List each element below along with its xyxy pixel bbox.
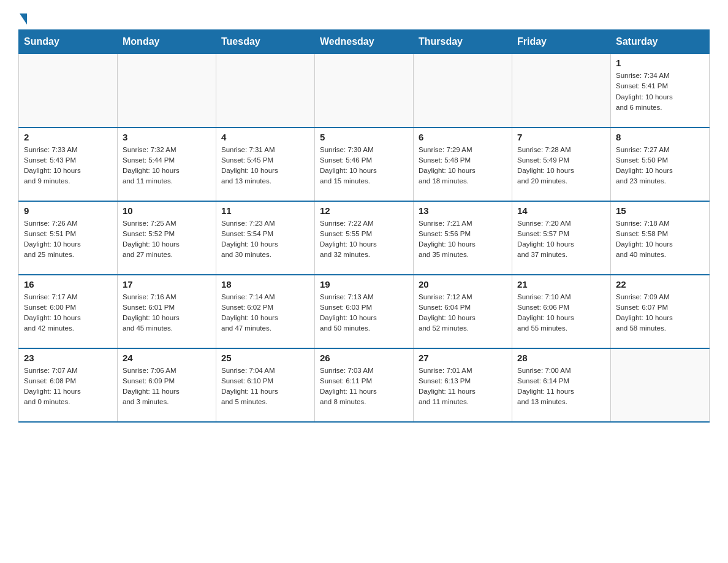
calendar-cell: 24Sunrise: 7:06 AMSunset: 6:09 PMDayligh… (118, 348, 216, 422)
weekday-header-sunday: Sunday (19, 30, 118, 54)
day-info: Sunrise: 7:31 AMSunset: 5:45 PMDaylight:… (221, 145, 309, 187)
calendar-cell (118, 54, 216, 128)
calendar-cell: 21Sunrise: 7:10 AMSunset: 6:06 PMDayligh… (512, 275, 611, 348)
day-number: 8 (616, 132, 704, 142)
calendar-cell: 8Sunrise: 7:27 AMSunset: 5:50 PMDaylight… (611, 128, 710, 201)
day-number: 7 (517, 132, 605, 142)
calendar-cell: 13Sunrise: 7:21 AMSunset: 5:56 PMDayligh… (414, 201, 512, 275)
day-info: Sunrise: 7:34 AMSunset: 5:41 PMDaylight:… (616, 71, 704, 113)
day-info: Sunrise: 7:32 AMSunset: 5:44 PMDaylight:… (123, 145, 211, 187)
day-number: 25 (221, 353, 309, 363)
calendar-week-row: 2Sunrise: 7:33 AMSunset: 5:43 PMDaylight… (19, 128, 710, 201)
calendar-cell: 6Sunrise: 7:29 AMSunset: 5:48 PMDaylight… (414, 128, 512, 201)
day-number: 2 (24, 132, 112, 142)
calendar-cell: 18Sunrise: 7:14 AMSunset: 6:02 PMDayligh… (216, 275, 315, 348)
day-info: Sunrise: 7:17 AMSunset: 6:00 PMDaylight:… (24, 292, 112, 334)
calendar-cell: 17Sunrise: 7:16 AMSunset: 6:01 PMDayligh… (118, 275, 216, 348)
day-number: 15 (616, 205, 704, 216)
calendar-cell: 20Sunrise: 7:12 AMSunset: 6:04 PMDayligh… (414, 275, 512, 348)
day-number: 1 (616, 58, 704, 68)
weekday-header-saturday: Saturday (611, 30, 710, 54)
day-number: 28 (517, 353, 605, 363)
calendar-cell: 9Sunrise: 7:26 AMSunset: 5:51 PMDaylight… (19, 201, 118, 275)
calendar-cell: 23Sunrise: 7:07 AMSunset: 6:08 PMDayligh… (19, 348, 118, 422)
day-info: Sunrise: 7:00 AMSunset: 6:14 PMDaylight:… (517, 366, 605, 408)
calendar-cell (216, 54, 315, 128)
day-info: Sunrise: 7:28 AMSunset: 5:49 PMDaylight:… (517, 145, 605, 187)
day-info: Sunrise: 7:18 AMSunset: 5:58 PMDaylight:… (616, 218, 704, 261)
day-info: Sunrise: 7:14 AMSunset: 6:02 PMDaylight:… (221, 292, 309, 334)
day-info: Sunrise: 7:29 AMSunset: 5:48 PMDaylight:… (419, 145, 507, 187)
weekday-header-tuesday: Tuesday (216, 30, 315, 54)
day-info: Sunrise: 7:22 AMSunset: 5:55 PMDaylight:… (320, 218, 408, 261)
logo-arrow-icon (20, 13, 27, 25)
calendar-cell: 19Sunrise: 7:13 AMSunset: 6:03 PMDayligh… (315, 275, 414, 348)
day-number: 27 (419, 353, 507, 363)
calendar-week-row: 1Sunrise: 7:34 AMSunset: 5:41 PMDaylight… (19, 54, 710, 128)
day-info: Sunrise: 7:26 AMSunset: 5:51 PMDaylight:… (24, 218, 112, 261)
day-number: 18 (221, 279, 309, 289)
day-number: 24 (123, 353, 211, 363)
day-number: 9 (24, 205, 112, 216)
calendar-week-row: 16Sunrise: 7:17 AMSunset: 6:00 PMDayligh… (19, 275, 710, 348)
calendar-cell: 10Sunrise: 7:25 AMSunset: 5:52 PMDayligh… (118, 201, 216, 275)
page-header (18, 12, 710, 23)
day-info: Sunrise: 7:04 AMSunset: 6:10 PMDaylight:… (221, 366, 309, 408)
day-number: 6 (419, 132, 507, 142)
calendar-cell: 12Sunrise: 7:22 AMSunset: 5:55 PMDayligh… (315, 201, 414, 275)
day-number: 13 (419, 205, 507, 216)
calendar-cell: 14Sunrise: 7:20 AMSunset: 5:57 PMDayligh… (512, 201, 611, 275)
calendar-cell: 22Sunrise: 7:09 AMSunset: 6:07 PMDayligh… (611, 275, 710, 348)
calendar-cell: 26Sunrise: 7:03 AMSunset: 6:11 PMDayligh… (315, 348, 414, 422)
day-number: 10 (123, 205, 211, 216)
day-info: Sunrise: 7:13 AMSunset: 6:03 PMDaylight:… (320, 292, 408, 334)
day-info: Sunrise: 7:16 AMSunset: 6:01 PMDaylight:… (123, 292, 211, 334)
calendar-header-row: SundayMondayTuesdayWednesdayThursdayFrid… (19, 30, 710, 54)
calendar-cell: 25Sunrise: 7:04 AMSunset: 6:10 PMDayligh… (216, 348, 315, 422)
day-info: Sunrise: 7:30 AMSunset: 5:46 PMDaylight:… (320, 145, 408, 187)
day-info: Sunrise: 7:21 AMSunset: 5:56 PMDaylight:… (419, 218, 507, 261)
day-number: 14 (517, 205, 605, 216)
calendar-cell: 15Sunrise: 7:18 AMSunset: 5:58 PMDayligh… (611, 201, 710, 275)
calendar-cell (315, 54, 414, 128)
weekday-header-thursday: Thursday (414, 30, 512, 54)
calendar-cell: 28Sunrise: 7:00 AMSunset: 6:14 PMDayligh… (512, 348, 611, 422)
day-number: 11 (221, 205, 309, 216)
calendar-cell: 4Sunrise: 7:31 AMSunset: 5:45 PMDaylight… (216, 128, 315, 201)
day-number: 5 (320, 132, 408, 142)
day-number: 12 (320, 205, 408, 216)
logo (18, 12, 27, 23)
day-number: 17 (123, 279, 211, 289)
calendar-table: SundayMondayTuesdayWednesdayThursdayFrid… (18, 29, 710, 423)
day-info: Sunrise: 7:06 AMSunset: 6:09 PMDaylight:… (123, 366, 211, 408)
calendar-cell (19, 54, 118, 128)
weekday-header-wednesday: Wednesday (315, 30, 414, 54)
day-info: Sunrise: 7:23 AMSunset: 5:54 PMDaylight:… (221, 218, 309, 261)
day-info: Sunrise: 7:33 AMSunset: 5:43 PMDaylight:… (24, 145, 112, 187)
calendar-week-row: 23Sunrise: 7:07 AMSunset: 6:08 PMDayligh… (19, 348, 710, 422)
calendar-cell: 16Sunrise: 7:17 AMSunset: 6:00 PMDayligh… (19, 275, 118, 348)
weekday-header-friday: Friday (512, 30, 611, 54)
calendar-week-row: 9Sunrise: 7:26 AMSunset: 5:51 PMDaylight… (19, 201, 710, 275)
day-info: Sunrise: 7:07 AMSunset: 6:08 PMDaylight:… (24, 366, 112, 408)
calendar-cell: 5Sunrise: 7:30 AMSunset: 5:46 PMDaylight… (315, 128, 414, 201)
day-info: Sunrise: 7:25 AMSunset: 5:52 PMDaylight:… (123, 218, 211, 261)
day-number: 4 (221, 132, 309, 142)
day-number: 23 (24, 353, 112, 363)
day-number: 16 (24, 279, 112, 289)
calendar-cell: 7Sunrise: 7:28 AMSunset: 5:49 PMDaylight… (512, 128, 611, 201)
day-info: Sunrise: 7:20 AMSunset: 5:57 PMDaylight:… (517, 218, 605, 261)
calendar-cell (512, 54, 611, 128)
day-info: Sunrise: 7:01 AMSunset: 6:13 PMDaylight:… (419, 366, 507, 408)
day-info: Sunrise: 7:12 AMSunset: 6:04 PMDaylight:… (419, 292, 507, 334)
calendar-cell: 1Sunrise: 7:34 AMSunset: 5:41 PMDaylight… (611, 54, 710, 128)
day-number: 3 (123, 132, 211, 142)
calendar-cell (611, 348, 710, 422)
day-number: 26 (320, 353, 408, 363)
calendar-cell: 3Sunrise: 7:32 AMSunset: 5:44 PMDaylight… (118, 128, 216, 201)
day-info: Sunrise: 7:09 AMSunset: 6:07 PMDaylight:… (616, 292, 704, 334)
calendar-cell: 11Sunrise: 7:23 AMSunset: 5:54 PMDayligh… (216, 201, 315, 275)
calendar-cell: 27Sunrise: 7:01 AMSunset: 6:13 PMDayligh… (414, 348, 512, 422)
weekday-header-monday: Monday (118, 30, 216, 54)
day-info: Sunrise: 7:27 AMSunset: 5:50 PMDaylight:… (616, 145, 704, 187)
